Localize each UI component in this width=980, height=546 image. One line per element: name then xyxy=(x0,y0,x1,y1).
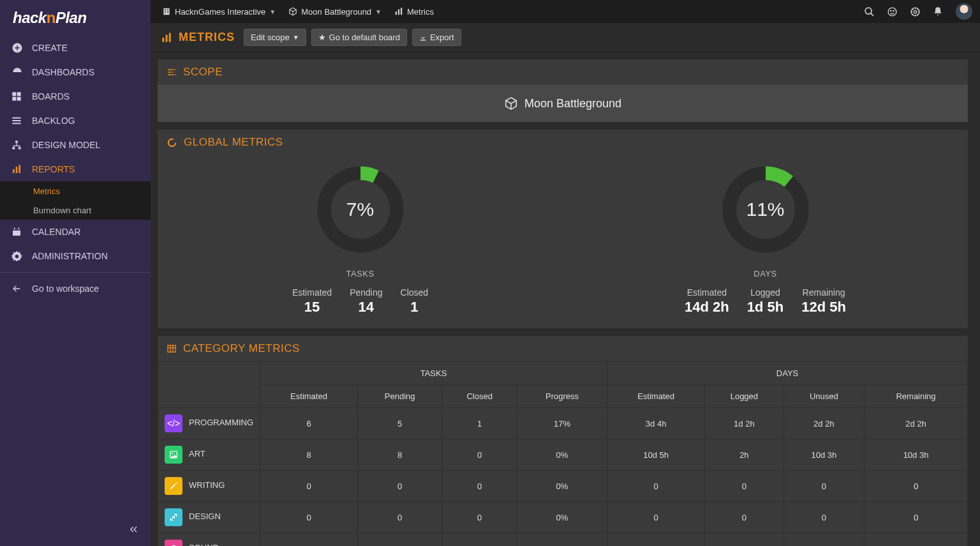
nav-calendar[interactable]: CALENDAR xyxy=(0,220,151,244)
nav-label: DESIGN MODEL xyxy=(32,140,100,150)
table-cell: 0 xyxy=(865,471,968,502)
nav-backlog[interactable]: BACKLOG xyxy=(0,109,151,133)
svg-rect-25 xyxy=(401,8,402,15)
table-cell: 0 xyxy=(442,502,517,533)
nav-boards[interactable]: BOARDS xyxy=(0,84,151,109)
svg-rect-34 xyxy=(169,33,171,42)
default-board-button[interactable]: ★Go to default board xyxy=(311,29,407,46)
category-name: ART xyxy=(158,439,260,471)
svg-rect-10 xyxy=(19,147,21,149)
table-cell: 0 xyxy=(442,439,517,471)
svg-point-35 xyxy=(168,139,175,146)
calendar-icon xyxy=(11,227,32,237)
stat: Estimated15 xyxy=(292,287,332,315)
global-header: GLOBAL METRICS xyxy=(158,130,968,155)
nav-label: CALENDAR xyxy=(32,227,80,237)
nav-reports[interactable]: REPORTS xyxy=(0,157,151,181)
edit-scope-button[interactable]: Edit scope▼ xyxy=(244,29,306,46)
table-row: SOUND0000%0000 xyxy=(158,533,968,547)
svg-rect-23 xyxy=(396,11,397,15)
nav-burndown[interactable]: Burndown chart xyxy=(0,201,151,220)
svg-rect-12 xyxy=(16,167,18,173)
svg-rect-22 xyxy=(167,11,168,13)
avatar[interactable] xyxy=(956,3,972,20)
column-header: Estimated xyxy=(607,385,705,408)
logo[interactable]: hacknPlan xyxy=(0,0,151,36)
nav-workspace[interactable]: Go to workspace xyxy=(0,272,151,304)
category-metrics-panel: CATEGORY METRICS TASKS DAYS EstimatedPen… xyxy=(157,335,969,546)
stat: Logged1d 5h xyxy=(747,287,783,315)
column-header: Pending xyxy=(358,385,442,408)
stat: Pending14 xyxy=(350,287,382,315)
table-cell: 0 xyxy=(865,533,968,547)
table-cell: 0% xyxy=(517,439,607,471)
breadcrumb-org[interactable]: HacknGames Interactive ▼ xyxy=(158,7,279,17)
bell-icon[interactable] xyxy=(929,3,947,20)
nav-create[interactable]: CREATE xyxy=(0,36,151,60)
table-row: ART8800%10d 5h2h10d 3h10d 3h xyxy=(158,439,968,471)
days-percent: 11% xyxy=(718,162,813,257)
nav-label: DASHBOARDS xyxy=(32,67,94,77)
help-icon[interactable] xyxy=(906,3,924,20)
breadcrumb-project[interactable]: Moon Battleground ▼ xyxy=(285,7,385,17)
nav-label: Burndown chart xyxy=(33,206,91,215)
category-name: DESIGN xyxy=(158,502,260,533)
grid-icon xyxy=(11,91,32,102)
nav-label: ADMINISTRATION xyxy=(32,251,108,261)
search-icon[interactable] xyxy=(860,3,878,20)
table-icon xyxy=(167,344,177,354)
tasks-percent: 7% xyxy=(313,162,408,257)
category-header: CATEGORY METRICS xyxy=(158,336,968,361)
collapse-sidebar-icon[interactable] xyxy=(128,524,139,538)
svg-point-31 xyxy=(914,10,916,13)
table-cell: 0 xyxy=(358,502,442,533)
category-name: WRITING xyxy=(158,471,260,502)
table-cell: 10d 3h xyxy=(783,439,864,471)
svg-point-28 xyxy=(890,10,891,11)
svg-rect-2 xyxy=(17,92,21,96)
table-cell: 3d 4h xyxy=(607,408,705,439)
nav-label: CREATE xyxy=(32,43,68,53)
svg-point-42 xyxy=(172,453,173,454)
smiley-icon[interactable] xyxy=(883,3,901,20)
table-cell: 0 xyxy=(358,533,442,547)
nav-admin[interactable]: ADMINISTRATION xyxy=(0,244,151,268)
star-icon: ★ xyxy=(318,33,326,42)
tasks-caption: TASKS xyxy=(346,269,374,278)
bar-chart-icon xyxy=(161,32,172,43)
svg-rect-33 xyxy=(166,34,168,42)
table-row: DESIGN0000%0000 xyxy=(158,502,968,533)
bar-chart-icon xyxy=(11,164,32,174)
table-cell: 1 xyxy=(442,408,517,439)
stat-value: 14d 2h xyxy=(685,299,729,315)
export-button[interactable]: Export xyxy=(412,29,461,46)
nav-label: Go to workspace xyxy=(32,284,99,294)
category-name: SOUND xyxy=(158,533,260,547)
svg-rect-7 xyxy=(12,123,20,124)
nav-metrics[interactable]: Metrics xyxy=(0,181,151,201)
table-cell: 2d 2h xyxy=(865,408,968,439)
content-scroll[interactable]: SCOPE Moon Battleground GLOBAL METRICS xyxy=(151,52,980,546)
column-header: Progress xyxy=(517,385,607,408)
table-cell: 5 xyxy=(358,408,442,439)
download-icon xyxy=(419,34,427,42)
category-chip-icon xyxy=(165,508,182,526)
nav-design-model[interactable]: DESIGN MODEL xyxy=(0,133,151,157)
table-cell: 0 xyxy=(783,502,864,533)
nav-dashboards[interactable]: DASHBOARDS xyxy=(0,60,151,84)
svg-rect-18 xyxy=(163,8,169,15)
breadcrumb-label: HacknGames Interactive xyxy=(175,7,265,17)
breadcrumb-page[interactable]: Metrics xyxy=(390,7,438,17)
svg-rect-20 xyxy=(167,10,168,11)
table-cell: 2h xyxy=(705,439,784,471)
svg-rect-8 xyxy=(15,140,18,142)
table-cell: 0% xyxy=(517,533,607,547)
category-name: </>PROGRAMMING xyxy=(158,408,260,439)
table-row: WRITING0000%0000 xyxy=(158,471,968,502)
gear-icon xyxy=(11,251,32,262)
table-cell: 10d 3h xyxy=(865,439,968,471)
stat-label: Remaining xyxy=(801,287,846,298)
caret-down-icon: ▼ xyxy=(293,34,299,41)
table-cell: 0 xyxy=(607,533,705,547)
table-cell: 0 xyxy=(783,471,864,502)
